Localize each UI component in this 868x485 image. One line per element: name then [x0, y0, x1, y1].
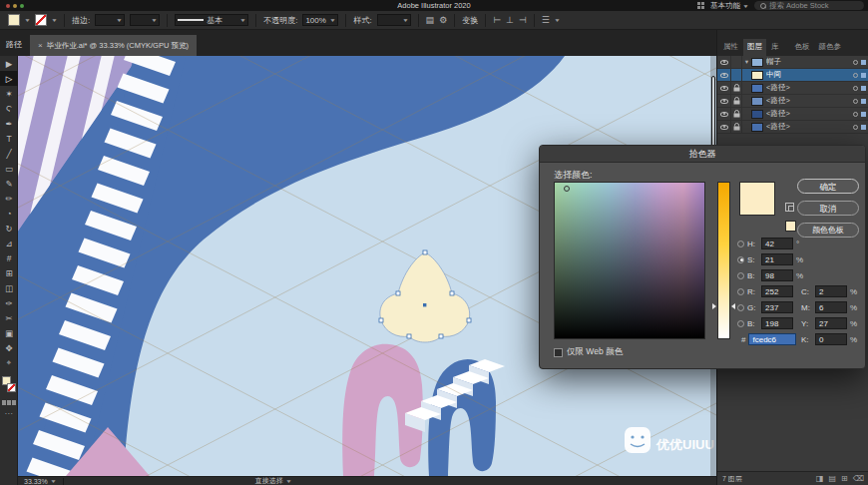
checkbox-icon[interactable] — [554, 348, 563, 357]
lock-column[interactable] — [731, 69, 742, 81]
eyedropper-tool[interactable]: ✑ — [0, 295, 18, 310]
layer-name[interactable]: 帽子 — [766, 57, 853, 67]
hand-tool[interactable]: ✥ — [0, 340, 18, 355]
layer-row[interactable]: ▼帽子 — [717, 56, 868, 69]
transform-button[interactable]: 变换 — [462, 15, 478, 26]
mesh-tool[interactable]: ⊞ — [0, 265, 18, 280]
layer-thumbnail[interactable] — [751, 123, 763, 132]
new-sublayer-icon[interactable]: ▤ — [828, 474, 836, 483]
cancel-button[interactable]: 取消 — [797, 201, 859, 216]
slider-marker-left[interactable] — [712, 303, 716, 309]
preferences-icon[interactable]: ⚙ — [439, 15, 447, 25]
target-circle-icon[interactable] — [853, 73, 858, 78]
variable-width-select[interactable]: ▼ — [130, 14, 160, 26]
line-segment-tool[interactable]: ╱ — [0, 146, 18, 161]
close-tab-icon[interactable]: × — [38, 41, 43, 50]
brush-definition-select[interactable]: 基本 ▼ — [175, 14, 248, 26]
toolbar-more-icon[interactable]: ⋯ — [0, 409, 17, 418]
lock-column[interactable] — [731, 56, 742, 68]
pencil-tool[interactable]: ✏ — [0, 191, 18, 206]
visibility-eye-icon[interactable] — [717, 121, 731, 133]
align-left-icon[interactable]: ⊢ — [493, 15, 501, 25]
tab-libraries[interactable]: 库 — [767, 39, 783, 56]
blue-input[interactable]: 198 — [761, 317, 793, 329]
layer-row[interactable]: <路径> — [717, 82, 868, 95]
target-circle-icon[interactable] — [853, 60, 858, 65]
chevron-down-icon[interactable]: ▼ — [51, 17, 58, 23]
visibility-eye-icon[interactable] — [717, 95, 731, 107]
new-layer-icon[interactable]: ⊞ — [841, 474, 848, 483]
layer-row[interactable]: 中间 — [717, 69, 868, 82]
color-field-marker[interactable] — [564, 186, 570, 192]
hue-radio[interactable] — [737, 241, 744, 247]
workspace-switcher[interactable]: 基本功能 ▼ — [710, 1, 748, 11]
layer-thumbnail[interactable] — [751, 110, 763, 119]
paintbrush-tool[interactable]: ✎ — [0, 176, 18, 191]
target-circle-icon[interactable] — [853, 86, 858, 91]
tab-properties[interactable]: 属性 — [719, 39, 742, 56]
shaper-tool[interactable]: ◔ — [0, 206, 18, 221]
dialog-title[interactable]: 拾色器 — [540, 146, 865, 163]
target-circle-icon[interactable] — [853, 99, 858, 104]
align-right-icon[interactable]: ⊣ — [519, 15, 527, 25]
layer-name[interactable]: <路径> — [766, 122, 853, 132]
lock-icon[interactable] — [731, 82, 742, 94]
target-circle-icon[interactable] — [853, 112, 858, 117]
green-radio[interactable] — [737, 304, 744, 311]
red-input[interactable]: 252 — [761, 285, 793, 297]
blue-radio[interactable] — [737, 320, 744, 327]
rotate-tool[interactable]: ↻ — [0, 221, 18, 236]
layer-row[interactable]: <路径> — [717, 108, 868, 121]
selection-color-chip[interactable] — [861, 112, 866, 117]
type-tool[interactable]: T — [0, 131, 18, 146]
green-input[interactable]: 237 — [761, 301, 793, 313]
cyan-input[interactable]: 2 — [815, 285, 847, 297]
brightness-radio[interactable] — [737, 272, 744, 279]
yellow-input[interactable]: 27 — [815, 317, 847, 329]
magic-wand-tool[interactable]: ✶ — [0, 86, 18, 101]
brightness-input[interactable]: 98 — [761, 269, 793, 281]
layer-thumbnail[interactable] — [751, 58, 763, 67]
lasso-tool[interactable]: Ϛ — [0, 101, 18, 116]
document-setup-icon[interactable]: ▤ — [426, 15, 435, 25]
saturation-radio[interactable] — [737, 256, 744, 263]
chevron-down-icon[interactable]: ▼ — [50, 478, 57, 484]
drawing-modes[interactable] — [0, 400, 17, 405]
color-slider[interactable] — [717, 182, 730, 339]
perspective-grid-tool[interactable]: # — [0, 250, 18, 265]
ok-button[interactable]: 确定 — [797, 179, 859, 194]
layer-row[interactable]: <路径> — [717, 95, 868, 108]
web-color-chip[interactable] — [785, 221, 796, 232]
chevron-down-icon[interactable]: ▼ — [285, 478, 292, 484]
chevron-down-icon[interactable]: ▼ — [24, 17, 31, 23]
layer-thumbnail[interactable] — [751, 71, 763, 80]
selection-color-chip[interactable] — [861, 73, 866, 78]
opacity-select[interactable]: 100% ▼ — [302, 14, 338, 26]
black-input[interactable]: 0 — [815, 333, 847, 345]
lock-icon[interactable] — [731, 121, 742, 133]
app-switcher-icon[interactable] — [697, 2, 704, 9]
saturation-input[interactable]: 21 — [761, 253, 793, 265]
gradient-tool[interactable]: ◫ — [0, 280, 18, 295]
selection-tool[interactable]: ▶ — [0, 56, 18, 71]
delete-layer-icon[interactable]: ⌫ — [853, 474, 864, 483]
direct-selection-tool[interactable]: ▷ — [0, 71, 18, 86]
fill-stroke-widget[interactable] — [0, 374, 18, 396]
selection-color-chip[interactable] — [861, 99, 866, 104]
scissors-tool[interactable]: ✂ — [0, 310, 18, 325]
pen-tool[interactable]: ✒ — [0, 116, 18, 131]
visibility-eye-icon[interactable] — [717, 82, 731, 94]
scale-tool[interactable]: ⊿ — [0, 236, 18, 250]
tab-layers[interactable]: 图层 — [743, 39, 766, 56]
color-field[interactable] — [554, 182, 705, 339]
selection-color-chip[interactable] — [861, 60, 866, 65]
visibility-eye-icon[interactable] — [717, 56, 731, 68]
color-swatches-button[interactable]: 颜色色板 — [797, 223, 859, 238]
zoom-level[interactable]: 33.33% — [24, 478, 48, 485]
layer-name[interactable]: <路径> — [766, 96, 853, 106]
layer-name[interactable]: <路径> — [766, 109, 853, 119]
search-input[interactable]: 搜索 Adobe Stock — [754, 1, 864, 10]
stroke-color-swatch[interactable] — [35, 14, 47, 26]
red-radio[interactable] — [737, 288, 744, 295]
out-of-web-cube-icon[interactable] — [785, 203, 794, 212]
